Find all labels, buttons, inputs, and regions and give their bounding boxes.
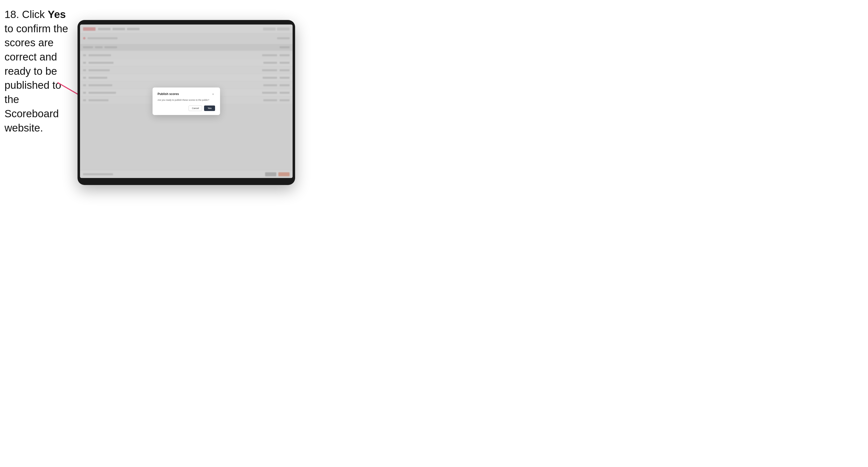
tablet-device: Publish scores × Are you ready to publis… [78,20,295,185]
tablet-screen: Publish scores × Are you ready to publis… [80,25,292,178]
instruction-prefix: Click [22,8,48,20]
cancel-button[interactable]: Cancel [189,105,202,111]
instruction-text: 18. Click Yes to confirm the scores are … [4,7,74,135]
instruction-suffix: to confirm the scores are correct and re… [4,23,68,134]
modal-title: Publish scores [158,92,179,96]
modal-body-text: Are you ready to publish these scores to… [158,98,215,102]
publish-scores-modal: Publish scores × Are you ready to publis… [153,88,220,115]
modal-close-button[interactable]: × [211,92,215,96]
step-number: 18. [4,8,19,20]
modal-overlay: Publish scores × Are you ready to publis… [80,25,292,178]
modal-footer: Cancel Yes [158,105,215,111]
yes-emphasis: Yes [48,8,66,20]
modal-header: Publish scores × [158,92,215,96]
yes-button[interactable]: Yes [204,105,215,111]
